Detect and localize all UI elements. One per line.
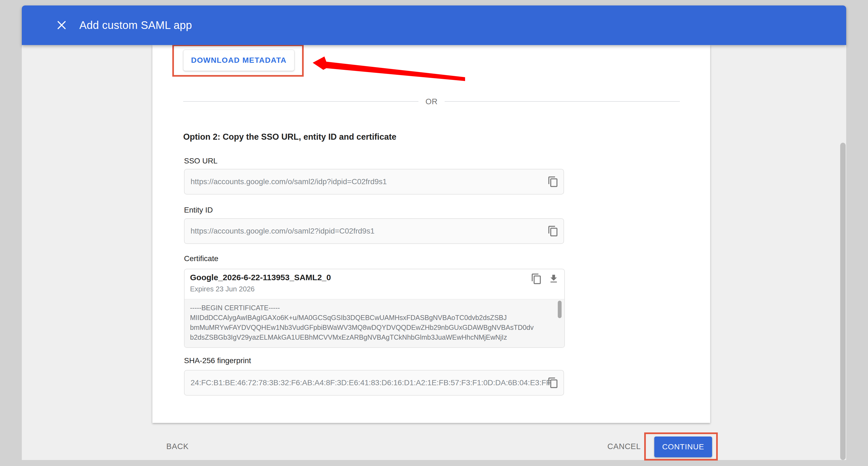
sso-url-copy-button[interactable] bbox=[547, 175, 560, 188]
divider-line-right bbox=[445, 101, 680, 102]
certificate-name: Google_2026-6-22-113953_SAML2_0 bbox=[190, 273, 331, 282]
annotation-rect-continue bbox=[644, 432, 718, 461]
certificate-copy-button[interactable] bbox=[530, 272, 543, 285]
download-icon bbox=[548, 273, 559, 284]
divider-line-left bbox=[183, 101, 418, 102]
copy-icon bbox=[531, 273, 542, 285]
close-button[interactable] bbox=[55, 19, 68, 32]
certificate-label: Certificate bbox=[184, 254, 218, 263]
copy-icon bbox=[548, 176, 559, 187]
certificate-expiry: Expires 23 Jun 2026 bbox=[190, 285, 255, 293]
copy-icon bbox=[548, 377, 559, 388]
dialog-scrollbar-thumb[interactable] bbox=[840, 143, 846, 460]
option2-heading: Option 2: Copy the SSO URL, entity ID an… bbox=[183, 132, 396, 142]
pem-line: -----BEGIN CERTIFICATE----- bbox=[190, 303, 564, 313]
sso-url-label: SSO URL bbox=[184, 156, 218, 165]
entity-id-copy-button[interactable] bbox=[547, 225, 560, 238]
back-button[interactable]: BACK bbox=[166, 442, 189, 451]
certificate-download-button[interactable] bbox=[547, 272, 560, 285]
copy-icon bbox=[548, 225, 559, 237]
sha256-field: 24:FC:B1:BE:46:72:78:3B:32:F6:AB:A4:8F:3… bbox=[184, 370, 564, 396]
close-icon bbox=[56, 19, 68, 31]
entity-id-field: https://accounts.google.com/o/saml2?idpi… bbox=[184, 218, 564, 244]
entity-id-value: https://accounts.google.com/o/saml2?idpi… bbox=[191, 227, 375, 235]
pem-line: bmMuMRYwFAYDVQQHEw1Nb3VudGFpbiBWaWV3MQ8w… bbox=[190, 322, 564, 332]
sha256-label: SHA-256 fingerprint bbox=[184, 356, 251, 365]
certificate-pem-box[interactable]: -----BEGIN CERTIFICATE----- MIIDdDCCAlyg… bbox=[185, 299, 564, 347]
sso-url-value: https://accounts.google.com/o/saml2/idp?… bbox=[191, 177, 387, 186]
screen: Add custom SAML app DOWNLOAD METADATA OR… bbox=[0, 0, 868, 466]
cancel-button[interactable]: CANCEL bbox=[608, 442, 641, 451]
pem-line: b2dsZSBGb3IgV29yazELMAkGA1UEBhMCVVMxEzAR… bbox=[190, 332, 564, 342]
annotation-rect-download bbox=[172, 45, 304, 77]
sha256-copy-button[interactable] bbox=[547, 376, 560, 389]
entity-id-label: Entity ID bbox=[184, 206, 213, 214]
or-divider: OR bbox=[183, 96, 680, 107]
sso-url-field: https://accounts.google.com/o/saml2/idp?… bbox=[184, 169, 564, 195]
sha256-value: 24:FC:B1:BE:46:72:78:3B:32:F6:AB:A4:8F:3… bbox=[191, 378, 551, 387]
divider-label: OR bbox=[418, 97, 445, 106]
dialog-header: Add custom SAML app bbox=[22, 5, 846, 45]
certificate-scrollbar-thumb[interactable] bbox=[558, 301, 562, 318]
dialog-title: Add custom SAML app bbox=[79, 5, 192, 45]
pem-line: MIIDdDCCAlygAwIBAgIGAXo6K+u/MA0GCSqGSIb3… bbox=[190, 313, 564, 322]
